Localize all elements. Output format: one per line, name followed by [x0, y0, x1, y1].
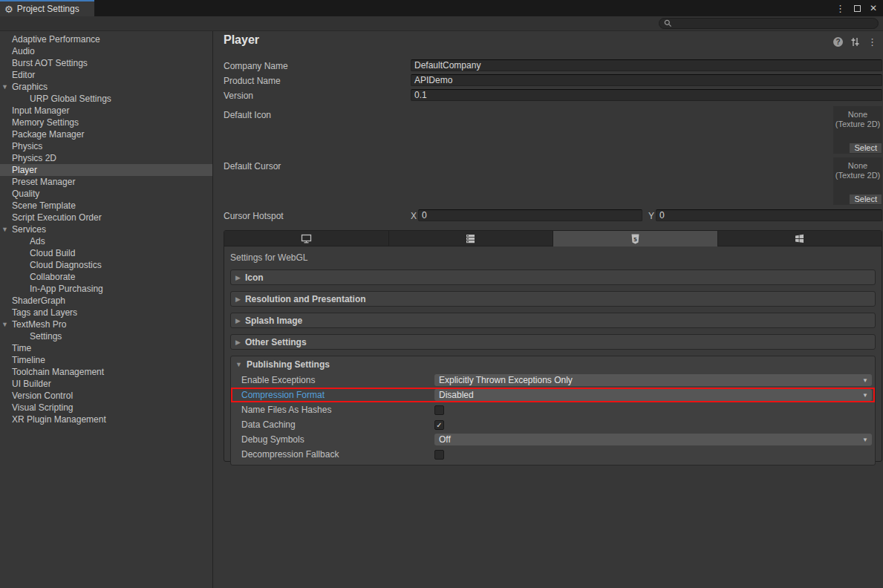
version-field[interactable]: 0.1: [411, 89, 882, 101]
enable-exceptions-dropdown[interactable]: Explicitly Thrown Exceptions Only▼: [434, 374, 872, 386]
tab-windows-store[interactable]: [718, 231, 882, 246]
debug-symbols-dropdown[interactable]: Off▼: [434, 434, 872, 445]
chevron-down-icon: ▼: [862, 377, 868, 384]
hotspot-y-field[interactable]: 0: [656, 209, 882, 221]
settings-for-platform-label: Settings for WebGL: [230, 252, 876, 263]
decompression-fallback-checkbox[interactable]: [434, 450, 444, 460]
sidebar-item-input-manager[interactable]: Input Manager: [0, 105, 212, 117]
sidebar-item-urp-global-settings[interactable]: URP Global Settings: [0, 93, 212, 105]
expanded-arrow-icon[interactable]: ▼: [1, 223, 8, 235]
help-icon[interactable]: ?: [833, 37, 843, 47]
sidebar-item-xr-plugin-management[interactable]: XR Plugin Management: [0, 414, 212, 425]
chevron-down-icon: ▼: [862, 392, 868, 399]
window-tab-project-settings[interactable]: ⚙ Project Settings: [0, 0, 94, 16]
field-label: Debug Symbols: [231, 434, 434, 445]
sidebar-item-physics[interactable]: Physics: [0, 140, 212, 152]
search-input[interactable]: [659, 18, 879, 29]
window-menu-icon[interactable]: ⋮: [835, 3, 845, 14]
row-debug-symbols: Debug SymbolsOff▼: [231, 432, 875, 447]
sidebar-item-physics-2d[interactable]: Physics 2D: [0, 152, 212, 164]
default-cursor-slot[interactable]: None (Texture 2D) Select: [833, 157, 882, 205]
sidebar-item-label: Services: [12, 224, 46, 235]
data-caching-checkbox[interactable]: ✓: [434, 420, 444, 430]
player-settings-panel: Player ? ⋮ Company Name DefaultCompany P…: [213, 31, 883, 588]
tab-standalone[interactable]: [224, 231, 389, 246]
sidebar-item-preset-manager[interactable]: Preset Manager: [0, 176, 212, 188]
title-bar: ⚙ Project Settings ⋮ ✕: [0, 0, 883, 16]
section-resolution-and-presentation[interactable]: ▶ Resolution and Presentation: [230, 291, 876, 307]
field-label: Decompression Fallback: [231, 449, 434, 460]
sidebar-item-timeline[interactable]: Timeline: [0, 354, 212, 366]
section-splash-image[interactable]: ▶ Splash Image: [230, 313, 876, 328]
company-name-label: Company Name: [224, 61, 288, 71]
standalone-monitor-icon: [301, 234, 312, 244]
sidebar-item-label: XR Plugin Management: [12, 414, 106, 425]
sidebar-item-version-control[interactable]: Version Control: [0, 390, 212, 402]
hotspot-y-label: Y: [648, 211, 654, 221]
hotspot-x-field[interactable]: 0: [418, 209, 642, 221]
tab-dedicated-server[interactable]: [389, 231, 554, 246]
sidebar-item-graphics[interactable]: ▼Graphics: [0, 81, 212, 93]
expanded-arrow-icon[interactable]: ▼: [1, 81, 8, 93]
close-icon[interactable]: ✕: [870, 3, 877, 13]
sidebar-item-audio[interactable]: Audio: [0, 45, 212, 57]
sidebar-item-textmesh-pro[interactable]: ▼TextMesh Pro: [0, 318, 212, 330]
sidebar-item-shadergraph[interactable]: ShaderGraph: [0, 295, 212, 307]
section-other-label: Other Settings: [245, 337, 307, 347]
sidebar-item-package-manager[interactable]: Package Manager: [0, 128, 212, 140]
compression-format-dropdown[interactable]: Disabled▼: [434, 389, 872, 401]
sidebar-item-ads[interactable]: Ads: [0, 235, 212, 247]
sidebar-item-adaptive-performance[interactable]: Adaptive Performance: [0, 33, 212, 45]
sidebar-item-editor[interactable]: Editor: [0, 69, 212, 81]
default-icon-slot[interactable]: None (Texture 2D) Select: [833, 106, 882, 154]
sidebar-item-cloud-build[interactable]: Cloud Build: [0, 247, 212, 259]
sidebar-item-cloud-diagnostics[interactable]: Cloud Diagnostics: [0, 259, 212, 271]
sidebar-item-label: Audio: [12, 46, 35, 56]
sidebar-item-ui-builder[interactable]: UI Builder: [0, 378, 212, 390]
sidebar: Adaptive PerformanceAudioBurst AOT Setti…: [0, 31, 213, 588]
sidebar-item-label: In-App Purchasing: [30, 284, 103, 294]
presets-icon[interactable]: [850, 37, 860, 47]
sidebar-item-script-execution-order[interactable]: Script Execution Order: [0, 212, 212, 223]
sidebar-item-burst-aot-settings[interactable]: Burst AOT Settings: [0, 57, 212, 69]
sidebar-item-toolchain-management[interactable]: Toolchain Management: [0, 366, 212, 378]
name-files-as-hashes-checkbox[interactable]: [434, 405, 444, 415]
sidebar-item-label: Scene Template: [12, 200, 76, 211]
default-icon-select-button[interactable]: Select: [850, 143, 882, 153]
sidebar-item-scene-template[interactable]: Scene Template: [0, 200, 212, 212]
platform-tab-bar: 5: [224, 231, 882, 246]
platform-settings-box: 5 Settings for WebGL ▶ Icon: [224, 230, 882, 462]
context-menu-icon[interactable]: ⋮: [867, 36, 877, 48]
row-name-files-as-hashes: Name Files As Hashes: [231, 402, 875, 417]
section-icon[interactable]: ▶ Icon: [230, 270, 876, 285]
product-name-field[interactable]: APIDemo: [411, 74, 882, 86]
expanded-arrow-icon[interactable]: ▼: [1, 318, 8, 330]
maximize-icon[interactable]: [854, 5, 861, 12]
sidebar-item-player[interactable]: Player: [0, 164, 212, 176]
sidebar-item-label: Preset Manager: [12, 177, 75, 187]
row-enable-exceptions: Enable ExceptionsExplicitly Thrown Excep…: [231, 373, 875, 388]
chevron-down-icon: ▼: [862, 437, 868, 443]
sidebar-item-collaborate[interactable]: Collaborate: [0, 271, 212, 283]
sidebar-item-services[interactable]: ▼Services: [0, 223, 212, 235]
sidebar-item-label: Memory Settings: [12, 117, 79, 128]
company-name-field[interactable]: DefaultCompany: [411, 59, 882, 71]
sidebar-item-quality[interactable]: Quality: [0, 188, 212, 200]
sidebar-item-memory-settings[interactable]: Memory Settings: [0, 117, 212, 128]
gear-icon: ⚙: [4, 4, 13, 15]
tab-webgl[interactable]: 5: [553, 231, 718, 246]
sidebar-item-label: Settings: [30, 331, 62, 342]
sidebar-item-tags-and-layers[interactable]: Tags and Layers: [0, 307, 212, 318]
product-name-label: Product Name: [224, 76, 281, 86]
publishing-settings-label: Publishing Settings: [247, 359, 330, 370]
sidebar-item-label: Input Manager: [12, 105, 69, 116]
default-cursor-select-button[interactable]: Select: [850, 195, 882, 204]
sidebar-item-settings[interactable]: Settings: [0, 330, 212, 342]
sidebar-item-visual-scripting[interactable]: Visual Scripting: [0, 402, 212, 414]
sidebar-item-label: Player: [12, 165, 37, 175]
field-label: Name Files As Hashes: [231, 405, 434, 415]
sidebar-item-in-app-purchasing[interactable]: In-App Purchasing: [0, 283, 212, 295]
sidebar-item-time[interactable]: Time: [0, 342, 212, 354]
publishing-settings-header[interactable]: ▼ Publishing Settings: [231, 356, 875, 373]
section-other-settings[interactable]: ▶ Other Settings: [230, 334, 876, 350]
